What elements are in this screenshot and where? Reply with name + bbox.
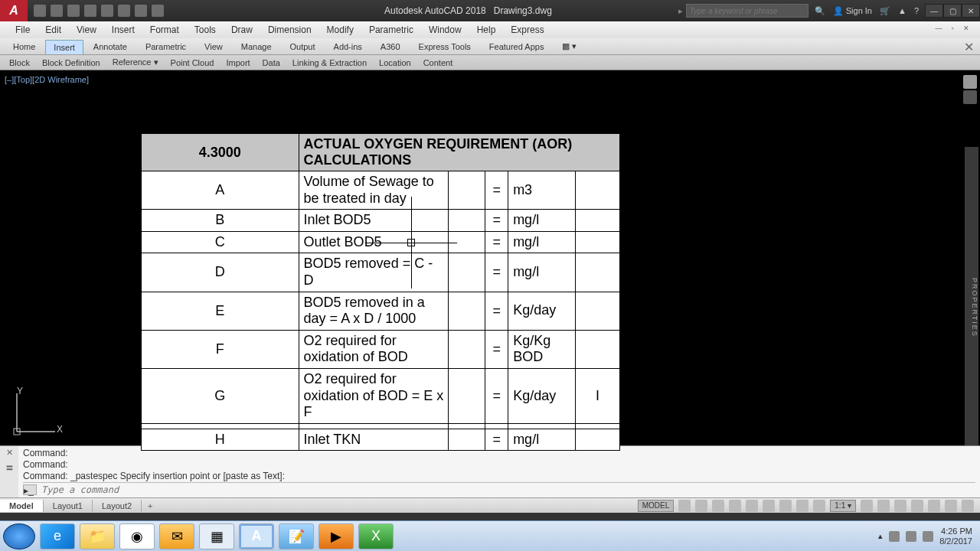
menu-parametric[interactable]: Parametric [361,24,421,35]
viewport-controls[interactable]: [–][Top][2D Wireframe] [5,75,89,84]
taskbar-autocad-icon[interactable]: A [239,523,274,549]
panel-block-definition[interactable]: Block Definition [38,58,105,67]
infocenter-search-icon[interactable]: 🔍 [815,6,825,16]
menu-help[interactable]: Help [469,24,504,35]
taskbar-notepad-icon[interactable]: 📝 [279,523,314,549]
panel-linking[interactable]: Linking & Extraction [288,58,371,67]
panel-reference[interactable]: Reference ▾ [108,57,163,67]
tab-express-tools[interactable]: Express Tools [410,39,479,54]
infocenter-search-input[interactable] [686,4,808,18]
qat-undo-icon[interactable] [118,5,130,17]
menu-edit[interactable]: Edit [38,24,69,35]
status-gear-icon[interactable] [861,500,873,512]
tab-annotate[interactable]: Annotate [85,39,136,54]
a360-icon[interactable]: ▲ [898,6,906,15]
panel-data[interactable]: Data [258,58,285,67]
taskbar-explorer-icon[interactable]: 📁 [80,523,115,549]
status-clean-icon[interactable] [945,500,957,512]
menu-draw[interactable]: Draw [224,24,260,35]
doc-restore-button[interactable]: ▫ [946,24,959,35]
status-custom-icon[interactable] [962,500,974,512]
status-lweight-icon[interactable] [779,500,792,512]
status-otrack-icon[interactable] [763,500,775,512]
panel-point-cloud[interactable]: Point Cloud [166,58,219,67]
menu-view[interactable]: View [69,24,104,35]
menu-tools[interactable]: Tools [187,24,224,35]
status-hardware-icon[interactable] [911,500,923,512]
properties-palette-tab[interactable]: PROPERTIES [965,147,978,445]
qat-redo-icon[interactable] [135,5,147,17]
panel-import[interactable]: Import [221,58,254,67]
menu-window[interactable]: Window [421,24,469,35]
tab-insert[interactable]: Insert [45,40,83,54]
viewcube-icon[interactable] [963,75,977,89]
menu-dimension[interactable]: Dimension [260,24,319,35]
tab-view[interactable]: View [196,39,231,54]
tab-output[interactable]: Output [282,39,324,54]
panel-block[interactable]: Block [5,58,34,67]
qat-open-icon[interactable] [51,5,63,17]
panel-content[interactable]: Content [419,58,458,67]
menu-express[interactable]: Express [503,24,551,35]
help-icon[interactable]: ? [914,6,919,15]
panel-location[interactable]: Location [374,58,416,67]
qat-more-icon[interactable] [152,5,164,17]
status-isoplane-icon[interactable] [894,500,906,512]
cmd-handle-icon[interactable]: 〓 [5,462,14,474]
doc-minimize-button[interactable]: — [933,24,945,35]
menu-modify[interactable]: Modify [319,24,361,35]
signin-button[interactable]: 👤 Sign In [833,6,872,16]
minimize-button[interactable]: — [925,4,943,18]
menu-file[interactable]: File [8,24,38,35]
taskbar-ie-icon[interactable]: e [40,523,75,549]
status-polar-icon[interactable] [729,500,741,512]
taskbar-app-icon[interactable]: ▦ [199,523,234,549]
status-annoscale-button[interactable]: 1:1 ▾ [830,500,856,512]
qat-plot-icon[interactable] [101,5,113,17]
drawing-viewport[interactable]: [–][Top][2D Wireframe] PROPERTIES 4.3000… [0,70,980,445]
app-logo[interactable]: A [0,0,28,21]
tray-clock[interactable]: 4:26 PM8/2/2017 [939,527,972,546]
layout-tab-1[interactable]: Layout1 [44,500,93,512]
cmd-close-icon[interactable]: ✕ [6,448,13,458]
status-ortho-icon[interactable] [712,500,724,512]
start-button[interactable] [3,523,35,549]
status-osnap-icon[interactable] [746,500,758,512]
taskbar-mediaplayer-icon[interactable]: ▶ [318,523,354,549]
tab-featured-apps[interactable]: Featured Apps [481,39,553,54]
status-cycling-icon[interactable] [813,500,825,512]
tab-addins[interactable]: Add-ins [325,39,371,54]
taskbar-outlook-icon[interactable]: ✉ [159,523,194,549]
status-grid-icon[interactable] [678,500,691,512]
status-isolate-icon[interactable] [928,500,940,512]
tray-flag-icon[interactable] [889,531,900,542]
command-input[interactable] [41,484,975,495]
status-snap-icon[interactable] [695,500,707,512]
doc-close-button[interactable]: ✕ [960,24,972,35]
navbar-icon[interactable] [963,90,977,104]
qat-new-icon[interactable] [34,5,46,17]
exchange-icon[interactable]: 🛒 [880,6,890,16]
maximize-button[interactable]: ▢ [943,4,962,18]
status-transparency-icon[interactable] [796,500,808,512]
tab-manage[interactable]: Manage [233,39,280,54]
tab-a360[interactable]: A360 [372,39,409,54]
layout-tab-model[interactable]: Model [0,500,44,512]
menu-format[interactable]: Format [142,24,187,35]
ribbon-collapse-button[interactable]: ✕ [962,40,975,54]
tab-home[interactable]: Home [5,39,44,54]
qat-saveas-icon[interactable] [84,5,96,17]
qat-save-icon[interactable] [67,5,80,17]
tray-network-icon[interactable] [906,531,916,542]
close-button[interactable]: ✕ [962,4,980,18]
taskbar-chrome-icon[interactable]: ◉ [119,523,155,549]
taskbar-excel-icon[interactable]: X [358,523,394,549]
layout-tab-2[interactable]: Layout2 [93,500,142,512]
tray-volume-icon[interactable] [923,531,933,542]
layout-add-button[interactable]: + [142,501,158,510]
ribbon-extra-icon[interactable]: ▩ ▾ [554,38,585,54]
tab-parametric[interactable]: Parametric [137,39,194,54]
menu-insert[interactable]: Insert [104,24,142,35]
status-plus-icon[interactable] [877,500,890,512]
tray-chevron-icon[interactable]: ▴ [878,531,883,541]
